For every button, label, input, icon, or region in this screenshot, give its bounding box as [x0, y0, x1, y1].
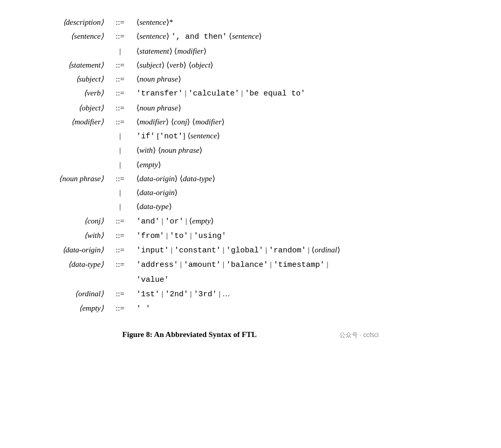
sep-cell: |	[106, 158, 134, 172]
lhs-cell: ⟨ordinal⟩	[18, 287, 106, 301]
nonterminal: ⟨with⟩	[84, 231, 104, 239]
sep-cell: ::=	[106, 29, 134, 44]
lhs-cell: ⟨conj⟩	[18, 214, 106, 229]
nonterminal: ⟨conj⟩	[84, 217, 104, 225]
lhs-cell: ⟨subject⟩	[18, 72, 106, 86]
table-row: ⟨statement⟩ ::= ⟨subject⟩ ⟨verb⟩ ⟨object…	[18, 58, 483, 72]
sep-cell: ::=	[106, 301, 134, 316]
lhs-cell	[18, 129, 106, 143]
table-row: ⟨ordinal⟩ ::= '1st' | '2nd' | '3rd' | …	[18, 287, 483, 301]
grammar-table: ⟨description⟩ ::= ⟨sentence⟩* ⟨sentence⟩…	[18, 15, 483, 316]
sep-cell: |	[106, 186, 134, 200]
table-row: ⟨modifier⟩ ::= ⟨modifier⟩ ⟨conj⟩ ⟨modifi…	[18, 115, 483, 129]
sep-cell: |	[106, 200, 134, 214]
rhs-cell: ⟨data-origin⟩ ⟨data-type⟩	[134, 172, 483, 186]
lhs-cell	[18, 200, 106, 214]
rhs-cell: ⟨modifier⟩ ⟨conj⟩ ⟨modifier⟩	[134, 115, 483, 129]
rhs-cell: ⟨data-origin⟩	[134, 186, 483, 200]
nonterminal: ⟨data-type⟩	[68, 260, 104, 268]
rhs-cell: '1st' | '2nd' | '3rd' | …	[134, 287, 483, 301]
sep-cell: |	[106, 44, 134, 58]
nonterminal: ⟨noun phrase⟩	[59, 174, 104, 183]
sep-cell: ::=	[106, 287, 134, 301]
nonterminal: ⟨empty⟩	[79, 304, 104, 312]
lhs-cell: ⟨description⟩	[18, 15, 106, 29]
nonterminal: ⟨subject⟩	[76, 75, 104, 83]
nonterminal: ⟨modifier⟩	[71, 118, 104, 126]
rhs-cell: ⟨noun phrase⟩	[134, 72, 483, 86]
lhs-cell: ⟨modifier⟩	[18, 115, 106, 129]
main-container: ⟨description⟩ ::= ⟨sentence⟩* ⟨sentence⟩…	[18, 15, 483, 340]
rhs-cell: 'address' | 'amount' | 'balance' | 'time…	[134, 258, 483, 272]
table-row: ⟨subject⟩ ::= ⟨noun phrase⟩	[18, 72, 483, 86]
table-row: | ⟨statement⟩ ⟨modifier⟩	[18, 44, 483, 58]
sep-cell: ::=	[106, 258, 134, 272]
rhs-cell: ⟨empty⟩	[134, 158, 483, 172]
table-row: ⟨noun phrase⟩ ::= ⟨data-origin⟩ ⟨data-ty…	[18, 172, 483, 186]
table-row: | ⟨empty⟩	[18, 158, 483, 172]
lhs-cell: ⟨data-origin⟩	[18, 243, 106, 258]
lhs-cell: ⟨data-type⟩	[18, 258, 106, 272]
sep-cell: ::=	[106, 243, 134, 258]
table-row: ⟨data-type⟩ ::= 'address' | 'amount' | '…	[18, 258, 483, 272]
nonterminal: ⟨verb⟩	[84, 89, 104, 97]
table-row: ⟨object⟩ ::= ⟨noun phrase⟩	[18, 101, 483, 115]
rhs-cell: ' '	[134, 301, 483, 316]
lhs-cell: ⟨statement⟩	[18, 58, 106, 72]
table-row: ⟨empty⟩ ::= ' '	[18, 301, 483, 316]
watermark-text	[258, 331, 337, 339]
lhs-cell	[18, 158, 106, 172]
nonterminal: ⟨statement⟩	[68, 61, 104, 69]
table-row: ⟨data-origin⟩ ::= 'input' | 'constant' |…	[18, 243, 483, 258]
lhs-cell	[18, 143, 106, 157]
nonterminal: ⟨ordinal⟩	[75, 290, 104, 298]
nonterminal: ⟨data-origin⟩	[62, 246, 104, 254]
lhs-cell: ⟨noun phrase⟩	[18, 172, 106, 186]
table-row: 'value'	[18, 273, 483, 287]
lhs-cell	[18, 44, 106, 58]
nonterminal: ⟨sentence⟩	[71, 32, 104, 40]
sep-cell: ::=	[106, 115, 134, 129]
rhs-cell: 'input' | 'constant' | 'global' | 'rando…	[134, 243, 483, 258]
lhs-cell	[18, 186, 106, 200]
sep-cell: ::=	[106, 214, 134, 229]
table-row: ⟨with⟩ ::= 'from' | 'to' | 'using'	[18, 229, 483, 243]
sep-cell: ::=	[106, 15, 134, 29]
rhs-cell: 'and' | 'or' | ⟨empty⟩	[134, 214, 483, 229]
table-row: | ⟨with⟩ ⟨noun phrase⟩	[18, 143, 483, 157]
lhs-cell: ⟨with⟩	[18, 229, 106, 243]
sep-cell: |	[106, 129, 134, 143]
lhs-cell	[18, 273, 106, 287]
sep-cell: ::=	[106, 58, 134, 72]
table-row: | 'if' ['not'] ⟨sentence⟩	[18, 129, 483, 143]
watermark-label: 公众号 · ccfsci	[339, 331, 379, 339]
rhs-cell: ⟨subject⟩ ⟨verb⟩ ⟨object⟩	[134, 58, 483, 72]
rhs-cell: 'transfer' | 'calculate' | 'be equal to'	[134, 86, 483, 101]
lhs-cell: ⟨empty⟩	[18, 301, 106, 316]
sep-cell	[106, 273, 134, 287]
sep-cell: ::=	[106, 72, 134, 86]
nonterminal: ⟨object⟩	[79, 104, 104, 112]
rhs-cell: 'if' ['not'] ⟨sentence⟩	[134, 129, 483, 143]
sep-cell: |	[106, 143, 134, 157]
nonterminal: ⟨description⟩	[63, 18, 104, 26]
rhs-cell: ⟨statement⟩ ⟨modifier⟩	[134, 44, 483, 58]
lhs-cell: ⟨sentence⟩	[18, 29, 106, 44]
sep-cell: ::=	[106, 229, 134, 243]
table-row: ⟨sentence⟩ ::= ⟨sentence⟩ ', and then' ⟨…	[18, 29, 483, 44]
rhs-cell: ⟨data-type⟩	[134, 200, 483, 214]
caption-text: Figure 8: An Abbreviated Syntax of FTL	[122, 330, 256, 339]
lhs-cell: ⟨object⟩	[18, 101, 106, 115]
figure-caption: Figure 8: An Abbreviated Syntax of FTL 公…	[18, 330, 483, 340]
sep-cell: ::=	[106, 86, 134, 101]
rhs-cell: ⟨noun phrase⟩	[134, 101, 483, 115]
lhs-cell: ⟨verb⟩	[18, 86, 106, 101]
sep-cell: ::=	[106, 101, 134, 115]
sep-cell: ::=	[106, 172, 134, 186]
rhs-cell: ⟨with⟩ ⟨noun phrase⟩	[134, 143, 483, 157]
rhs-cell: 'value'	[134, 273, 483, 287]
rhs-cell: 'from' | 'to' | 'using'	[134, 229, 483, 243]
table-row: ⟨verb⟩ ::= 'transfer' | 'calculate' | 'b…	[18, 86, 483, 101]
table-row: | ⟨data-origin⟩	[18, 186, 483, 200]
table-row: ⟨conj⟩ ::= 'and' | 'or' | ⟨empty⟩	[18, 214, 483, 229]
